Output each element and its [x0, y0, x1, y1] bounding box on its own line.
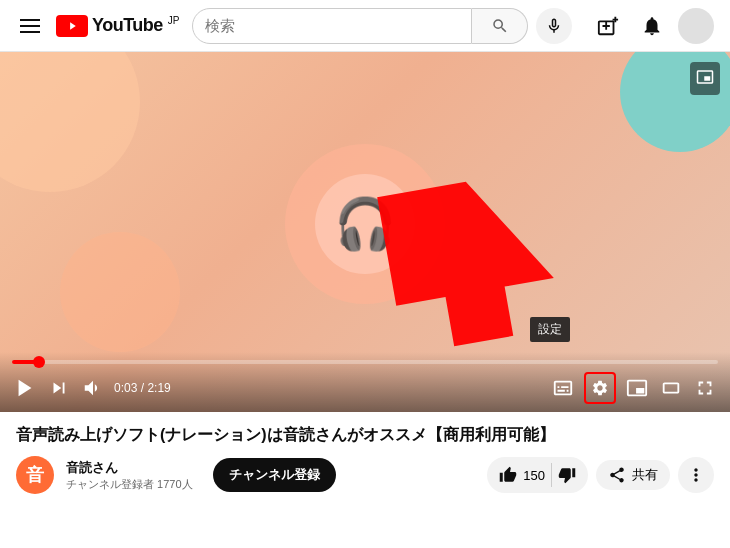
channel-avatar[interactable]: 音: [16, 456, 54, 494]
like-count: 150: [523, 468, 545, 483]
miniplayer-overlay-button[interactable]: [690, 62, 720, 95]
menu-button[interactable]: [16, 15, 44, 37]
logo-jp: JP: [168, 15, 180, 26]
share-button[interactable]: 共有: [596, 460, 670, 490]
header-left: YouTube JP: [16, 15, 180, 37]
channel-info: 音読さん チャンネル登録者 1770人: [66, 459, 193, 492]
like-divider: [551, 463, 552, 487]
mic-button[interactable]: [536, 8, 572, 44]
controls-row: 0:03 / 2:19: [12, 372, 718, 404]
avatar[interactable]: [678, 8, 714, 44]
more-button[interactable]: [678, 457, 714, 493]
share-label: 共有: [632, 466, 658, 484]
action-buttons: 150 共有: [487, 457, 714, 493]
progress-fill: [12, 360, 40, 364]
headphone-inner: 🎧: [315, 174, 415, 274]
fullscreen-button[interactable]: [692, 375, 718, 401]
logo-text: YouTube: [92, 15, 163, 36]
deco-circle-bl: [60, 232, 180, 352]
progress-bar[interactable]: [12, 360, 718, 364]
next-button[interactable]: [46, 375, 72, 401]
settings-tooltip: 設定: [530, 317, 570, 342]
subscribe-button[interactable]: チャンネル登録: [213, 458, 336, 492]
notifications-button[interactable]: [634, 8, 670, 44]
like-button[interactable]: 150: [487, 457, 588, 493]
youtube-logo-icon: [56, 15, 88, 37]
headphone-icon: 🎧: [334, 195, 396, 253]
subtitles-button[interactable]: [550, 375, 576, 401]
theater-mode-button[interactable]: [658, 375, 684, 401]
player-controls: 0:03 / 2:19: [0, 352, 730, 412]
headphone-circle: 🎧: [285, 144, 445, 304]
header-right: [590, 8, 714, 44]
video-player: 🎧 設定 0:03 / 2:19: [0, 52, 730, 412]
controls-right: [550, 372, 718, 404]
create-button[interactable]: [590, 8, 626, 44]
time-display: 0:03 / 2:19: [114, 381, 171, 395]
search-button[interactable]: [472, 8, 528, 44]
video-info: 音声読み上げソフト(ナレーション)は音読さんがオススメ【商用利用可能】 音 音読…: [0, 412, 730, 502]
volume-button[interactable]: [80, 375, 106, 401]
svg-marker-0: [70, 22, 76, 30]
svg-marker-2: [19, 380, 32, 397]
video-title: 音声読み上げソフト(ナレーション)は音読さんがオススメ【商用利用可能】: [16, 424, 714, 446]
channel-row: 音 音読さん チャンネル登録者 1770人 チャンネル登録 150 共有: [16, 456, 714, 494]
search-container: [192, 8, 572, 44]
search-input[interactable]: [205, 17, 459, 34]
search-box: [192, 8, 472, 44]
channel-name: 音読さん: [66, 459, 193, 477]
play-button[interactable]: [12, 375, 38, 401]
youtube-logo[interactable]: YouTube JP: [56, 15, 180, 37]
miniplayer-button[interactable]: [624, 375, 650, 401]
header: YouTube JP: [0, 0, 730, 52]
settings-button[interactable]: [584, 372, 616, 404]
channel-subs: チャンネル登録者 1770人: [66, 477, 193, 492]
